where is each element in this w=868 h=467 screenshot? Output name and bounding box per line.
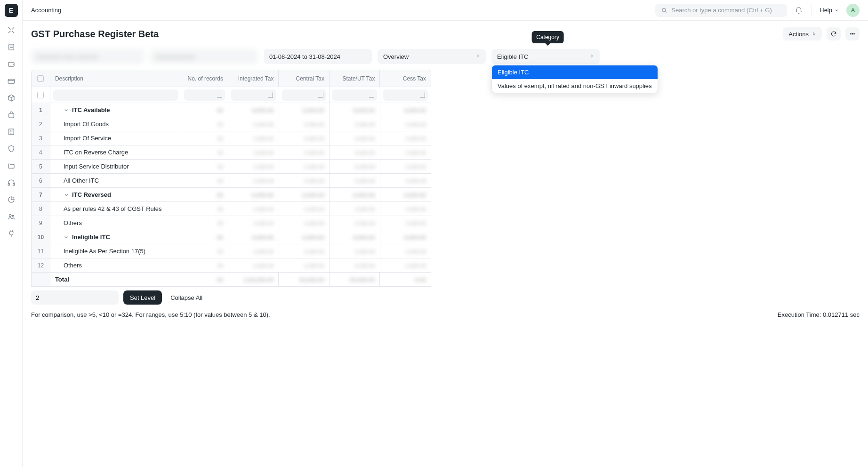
headset-icon[interactable] (5, 176, 18, 189)
col-sgst[interactable]: State/UT Tax (330, 70, 380, 87)
app-logo[interactable]: E (5, 4, 18, 17)
value-cell: x,xxx.xx (330, 174, 380, 187)
value-cell: x,xxx.xx (228, 188, 279, 201)
chart-icon[interactable] (5, 193, 18, 206)
value-cell: xx (181, 160, 228, 173)
row-number: 5 (32, 160, 50, 173)
table-row[interactable]: 6All Other ITCxxx,xxx.xxx,xxx.xxx,xxx.xx… (32, 174, 431, 188)
refresh-button[interactable] (827, 27, 841, 40)
dropdown-item-exempt[interactable]: Values of exempt, nil rated and non-GST … (492, 79, 658, 93)
bag-icon[interactable] (5, 108, 18, 121)
filter-cgst[interactable] (282, 89, 327, 101)
notifications-icon[interactable] (795, 6, 804, 15)
row-number: 7 (32, 188, 50, 201)
expand-icon[interactable] (64, 107, 69, 113)
row-description: Others (50, 258, 182, 272)
shield-icon[interactable] (5, 142, 18, 155)
filter-sgst[interactable] (332, 89, 377, 101)
table-row[interactable]: 11Ineligible As Per Section 17(5)xxx,xxx… (32, 244, 431, 258)
value-cell: x,xxx.xx (330, 258, 380, 272)
col-cgst[interactable]: Central Tax (279, 70, 330, 87)
card-icon[interactable] (5, 74, 18, 88)
wallet-icon[interactable] (5, 57, 18, 71)
value-cell: xx (181, 131, 228, 145)
table-row[interactable]: 4ITC on Reverse Chargexxx,xxx.xxx,xxx.xx… (32, 145, 431, 160)
tools-icon[interactable] (5, 24, 18, 37)
table-row[interactable]: 12Othersxxx,xxx.xxx,xxx.xxx,xxx.xxx,xxx.… (32, 258, 431, 273)
filter-records[interactable] (184, 89, 225, 101)
row-description: ITC on Reverse Charge (50, 145, 182, 159)
plug-icon[interactable] (5, 227, 18, 240)
row-number: 4 (32, 145, 50, 159)
svg-rect-0 (8, 44, 14, 50)
folder-icon[interactable] (5, 159, 18, 172)
select-icon (589, 53, 594, 59)
level-input[interactable] (31, 290, 119, 305)
filter-date-range[interactable]: 01-08-2024 to 31-08-2024 (264, 49, 372, 64)
select-icon (475, 53, 480, 59)
row-description: As per rules 42 & 43 of CGST Rules (50, 202, 182, 216)
table-row[interactable]: 5Input Service Distributorxxx,xxx.xxx,xx… (32, 160, 431, 174)
separator (812, 5, 812, 16)
col-records[interactable]: No. of records (181, 70, 228, 87)
filter-bar: xxxxxxxx xxxx xxxxxxx xxxxxxxxxxxxx 01-0… (23, 47, 868, 70)
building-icon[interactable] (5, 125, 18, 138)
more-button[interactable] (845, 27, 860, 40)
collapse-all-button[interactable]: Collapse All (167, 290, 206, 305)
row-number: 6 (32, 174, 50, 187)
row-description: Ineligible ITC (50, 230, 182, 244)
cube-icon[interactable] (5, 91, 18, 105)
search-placeholder: Search or type a command (Ctrl + G) (671, 7, 772, 14)
select-row-checkbox[interactable] (37, 92, 44, 98)
table-row[interactable]: 7ITC Reversedxxx,xxx.xxx,xxx.xxx,xxx.xxx… (32, 188, 431, 202)
table-row[interactable]: 9Othersxxx,xxx.xxx,xxx.xxx,xxx.xxx,xxx.x… (32, 216, 431, 230)
row-number: 1 (32, 103, 50, 117)
row-number: 2 (32, 117, 50, 131)
filter-gstin[interactable]: xxxxxxxxxxxxx (150, 49, 258, 64)
search-input[interactable]: Search or type a command (Ctrl + G) (655, 4, 787, 17)
filter-cess[interactable] (383, 89, 428, 101)
table-row[interactable]: 3Import Of Servicexxx,xxx.xxx,xxx.xxx,xx… (32, 131, 431, 145)
value-cell: x,xxx.xx (380, 103, 431, 117)
expand-icon[interactable] (64, 192, 69, 198)
col-description[interactable]: Description (50, 70, 182, 87)
filter-category[interactable]: Category Eligible ITC Eligible ITC Value… (491, 49, 600, 64)
filter-overview[interactable]: Overview (378, 49, 486, 64)
set-level-button[interactable]: Set Level (123, 290, 162, 305)
value-cell: xx (181, 230, 228, 244)
expand-icon[interactable] (64, 234, 69, 240)
select-all-checkbox[interactable] (37, 75, 44, 82)
row-description: Others (50, 216, 182, 230)
breadcrumb[interactable]: Accounting (31, 7, 61, 14)
help-menu[interactable]: Help (820, 7, 839, 14)
row-description: All Other ITC (50, 174, 182, 187)
invoice-icon[interactable] (5, 40, 18, 54)
table-row[interactable]: 1ITC Availablexxx,xxx.xxx,xxx.xxx,xxx.xx… (32, 103, 431, 117)
svg-rect-2 (8, 79, 15, 83)
select-icon (812, 32, 816, 36)
users-icon[interactable] (5, 210, 18, 223)
nav-rail: E (0, 0, 23, 467)
svg-point-11 (852, 33, 853, 34)
value-cell: x,xxx.xx (279, 160, 330, 173)
table-row[interactable]: 10Ineligible ITCxxx,xxx.xxx,xxx.xxx,xxx.… (32, 230, 431, 244)
row-number: 3 (32, 131, 50, 145)
table-row[interactable]: 8As per rules 42 & 43 of CGST Rulesxxx,x… (32, 202, 431, 216)
avatar[interactable]: A (846, 4, 860, 17)
value-cell: x,xxx.xx (228, 160, 279, 173)
col-cess[interactable]: Cess Tax (380, 70, 431, 87)
svg-point-9 (662, 8, 666, 11)
value-cell: x,xxx.xx (330, 230, 380, 244)
table-total-row: Total xx x,xx,xxx.xx xx,xxx.xx xx,xxx.xx… (32, 273, 431, 287)
filter-company[interactable]: xxxxxxxx xxxx xxxxxxx (31, 49, 144, 64)
value-cell: x,xxx.xx (228, 174, 279, 187)
dropdown-item-eligible-itc[interactable]: Eligible ITC (492, 65, 658, 79)
value-cell: x,xxx.xx (279, 244, 330, 258)
filter-igst[interactable] (231, 89, 276, 101)
value-cell: x,xxx.xx (279, 117, 330, 131)
value-cell: x,xxx.xx (330, 188, 380, 201)
table-row[interactable]: 2Import Of Goodsxxx,xxx.xxx,xxx.xxx,xxx.… (32, 117, 431, 131)
actions-button[interactable]: Actions (783, 27, 822, 40)
filter-description[interactable] (53, 89, 178, 101)
col-igst[interactable]: Integrated Tax (228, 70, 279, 87)
